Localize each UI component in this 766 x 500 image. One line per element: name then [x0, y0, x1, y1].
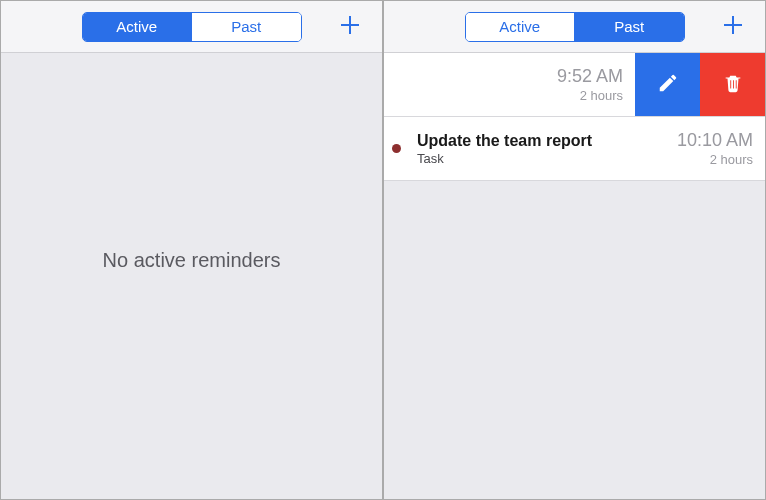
panel-body: reak! 9:52 AM 2 hours Update the team re…	[384, 53, 765, 499]
panel-body: No active reminders	[1, 53, 382, 499]
empty-state-message: No active reminders	[1, 249, 382, 272]
topbar: Active Past	[1, 1, 382, 53]
tab-active-label: Active	[116, 18, 157, 35]
reminder-subtitle: Task	[417, 151, 677, 166]
panel-active-empty: Active Past No active reminders	[0, 0, 383, 500]
reminder-time: 10:10 AM	[677, 130, 753, 151]
add-button[interactable]	[332, 1, 368, 52]
segmented-control: Active Past	[465, 12, 685, 42]
reminders-list: reak! 9:52 AM 2 hours Update the team re…	[384, 53, 765, 181]
add-button[interactable]	[715, 1, 751, 52]
tab-past-label: Past	[614, 18, 644, 35]
reminder-duration: 2 hours	[710, 152, 753, 167]
tab-active[interactable]: Active	[466, 13, 575, 41]
tab-past[interactable]: Past	[191, 13, 301, 41]
trash-icon	[722, 72, 744, 98]
tab-active-label: Active	[499, 18, 540, 35]
plus-icon	[338, 13, 362, 41]
tab-past-label: Past	[231, 18, 261, 35]
list-item-content: reak! 9:52 AM 2 hours	[384, 53, 635, 116]
edit-button[interactable]	[635, 53, 700, 116]
swipe-actions	[635, 53, 765, 116]
reminder-duration: 2 hours	[580, 88, 623, 103]
tab-active[interactable]: Active	[83, 13, 192, 41]
topbar: Active Past	[384, 1, 765, 53]
list-item[interactable]: Update the team report Task 10:10 AM 2 h…	[384, 117, 765, 181]
list-item-content: Update the team report Task 10:10 AM 2 h…	[384, 117, 765, 180]
reminder-title: reak!	[384, 76, 557, 94]
panel-past-list: Active Past	[383, 0, 766, 500]
pencil-icon	[657, 72, 679, 98]
plus-icon	[721, 13, 745, 41]
list-item[interactable]: reak! 9:52 AM 2 hours	[384, 53, 765, 117]
segmented-control: Active Past	[82, 12, 302, 42]
tab-past[interactable]: Past	[574, 13, 684, 41]
reminder-title: Update the team report	[417, 132, 677, 150]
reminder-time: 9:52 AM	[557, 66, 623, 87]
status-dot	[392, 144, 401, 153]
delete-button[interactable]	[700, 53, 765, 116]
